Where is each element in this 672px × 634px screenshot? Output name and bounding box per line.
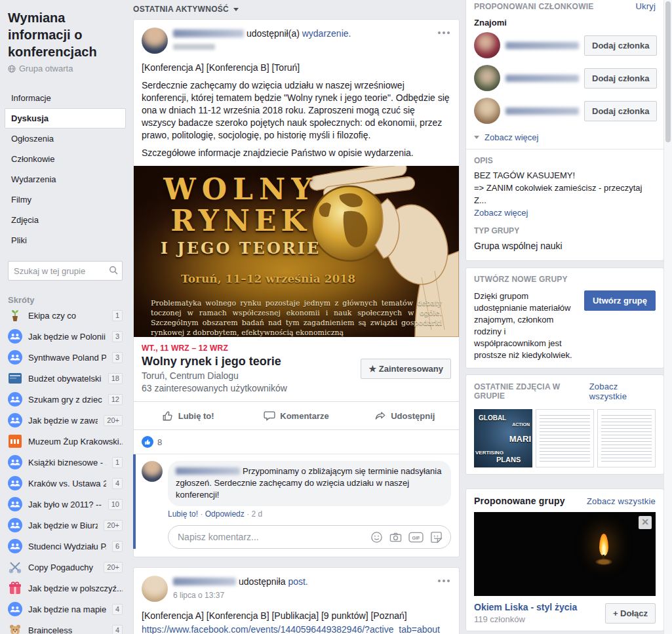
suggested-group-name[interactable]: Okiem Liska - styl życia [474, 602, 600, 612]
group-search [8, 261, 123, 281]
redacted-post-date[interactable] [173, 44, 215, 50]
sidebar-item-informacje[interactable]: Informacje [5, 88, 126, 108]
close-icon[interactable]: ✕ [639, 516, 652, 529]
redacted-member-name[interactable] [505, 75, 579, 82]
shortcut-polszczyzna[interactable]: Jak będzie w polszczyź... [8, 578, 123, 599]
post-menu-button[interactable] [437, 576, 451, 586]
group-icon [8, 413, 22, 427]
group-icon [8, 602, 22, 616]
event-poster-image[interactable]: WOLNY RYNEK I JEGO TEORIE Toruń, 11–12 w… [134, 166, 459, 337]
tools-icon [8, 560, 22, 574]
member-row: Dodaj członka [474, 62, 656, 94]
create-group-button[interactable]: Utwórz grupę [584, 290, 656, 311]
members-see-more[interactable]: Zobacz więcej [474, 132, 656, 142]
camera-icon[interactable] [389, 531, 402, 544]
comment-links: Lubię to! · Odpowiedz · 2 d [168, 509, 459, 519]
shortcut-budzet[interactable]: Budżet obywatelski ... 18 [8, 368, 123, 389]
sidebar-item-wydarzenia[interactable]: Wydarzenia [5, 169, 126, 189]
share-arrow-icon [374, 410, 386, 422]
thumbs-up-icon [162, 410, 174, 422]
join-group-button[interactable]: + Dołącz [605, 603, 656, 624]
event-title[interactable]: Wolny rynek i jego teorie [142, 355, 354, 368]
unread-badge: 10 [108, 499, 123, 510]
like-button[interactable]: Lubię to! [134, 402, 242, 429]
see-all-photos-link[interactable]: Zobacz wszystkie [589, 382, 656, 401]
event-location: Toruń, Centrum Dialogu [142, 370, 354, 381]
sidebar-item-pliki[interactable]: Pliki [5, 230, 126, 250]
sidebar-item-czlonkowie[interactable]: Członkowie [5, 149, 126, 169]
unread-badge: 20+ [104, 562, 123, 573]
see-all-groups-link[interactable]: Zobacz wszystkie [587, 496, 656, 506]
shortcut-zawal[interactable]: Jak będzie w zawal... 20+ [8, 410, 123, 431]
interested-button[interactable]: ★ Zainteresowany [361, 359, 451, 379]
shared-url[interactable]: https://www.facebook.com/events/14405964… [142, 624, 440, 634]
poster-date: Toruń, 11–12 września 2018 [181, 272, 355, 285]
comment-like-link[interactable]: Lubię to! [168, 509, 198, 519]
add-member-button[interactable]: Dodaj członka [584, 68, 657, 89]
redacted-member-name[interactable] [505, 42, 579, 49]
post-menu-button[interactable] [437, 28, 451, 38]
share-button[interactable]: Udostępnij [351, 402, 459, 429]
avatar[interactable] [142, 461, 163, 482]
photo-thumbnail[interactable] [536, 409, 594, 467]
comment-button[interactable]: Komentarze [242, 402, 350, 429]
avatar[interactable] [474, 65, 500, 91]
shortcut-copy-pogaduchy[interactable]: Copy Pogaduchy 20+ [8, 557, 123, 578]
post-timestamp[interactable]: 6 lipca o 13:37 [173, 589, 431, 602]
avatar[interactable] [142, 28, 168, 54]
unread-badge: 20+ [104, 415, 123, 426]
caret-down-icon [233, 8, 239, 11]
post-text: Szczegółowe informacje znajdziecie Państ… [142, 147, 451, 159]
shortcut-krakow[interactable]: Kraków vs. Ustawa 2.0 4 [8, 473, 123, 494]
description-see-more[interactable]: Zobacz więcej [474, 208, 656, 218]
globe-icon [8, 65, 16, 73]
redacted-author-name[interactable] [173, 578, 236, 585]
redacted-commenter-name[interactable] [176, 467, 240, 475]
shortcut-ksiazki[interactable]: Książki biznesowe - ... 1 [8, 452, 123, 473]
hide-link[interactable]: Ukryj [635, 1, 656, 11]
sidebar-item-dyskusja[interactable]: Dyskusja [5, 108, 126, 129]
group-icon [8, 518, 22, 532]
friends-subtitle: Znajomi [474, 18, 656, 28]
avatar[interactable] [142, 576, 168, 602]
search-input[interactable] [8, 261, 123, 281]
gif-icon[interactable]: GIF [408, 531, 424, 544]
description-line: => ZANIM cokolwiek zamieścisz - przeczyt… [474, 182, 656, 207]
shortcut-ekipa[interactable]: Ekipa czy co 1 [8, 305, 123, 326]
shortcut-szukam-gry[interactable]: Szukam gry z dzieci... 12 [8, 389, 123, 410]
post-link[interactable]: post. [288, 576, 307, 587]
comment-reply-link[interactable]: Odpowiedz [205, 509, 245, 519]
feed-sort-selector[interactable]: OSTATNIA AKTYWNOŚĆ [133, 0, 460, 19]
svg-text:GIF: GIF [412, 535, 421, 540]
photo-thumbnail[interactable] [597, 409, 656, 467]
sidebar-item-zdjecia[interactable]: Zdjęcia [5, 210, 126, 230]
smiley-icon[interactable] [370, 531, 383, 544]
redacted-author-name[interactable] [173, 30, 244, 37]
shortcut-mapa[interactable]: Jak będzie na mapie... 4 [8, 599, 123, 620]
comment-input[interactable] [176, 531, 364, 543]
create-group-title: UTWÓRZ NOWE GRUPY [474, 275, 568, 284]
avatar[interactable] [474, 32, 500, 58]
group-cover-image[interactable]: ✕ [474, 512, 656, 596]
unread-badge: 1 [112, 457, 123, 468]
shortcut-muzeum[interactable]: Muzeum Żup Krakowski... [8, 431, 123, 452]
shortcut-studenci[interactable]: Studenci Wydziału P... 6 [8, 536, 123, 557]
scrollbar-thumb[interactable] [665, 1, 671, 142]
sidebar-item-ogloszenia[interactable]: Ogłoszenia [5, 129, 126, 149]
photo-thumbnail[interactable]: GLOBAL ACTION MARI VERTISING PLANS [474, 409, 532, 467]
shortcut-brainceless[interactable]: Brainceless 4 [8, 620, 123, 634]
redacted-member-name[interactable] [505, 108, 579, 115]
sticker-icon[interactable] [430, 531, 443, 544]
add-member-button[interactable]: Dodaj członka [584, 101, 657, 121]
add-member-button[interactable]: Dodaj członka [584, 35, 657, 56]
create-group-card: UTWÓRZ NOWE GRUPY Dzięki grupom udostępn… [465, 267, 664, 368]
shortcut-biurz[interactable]: Jak będzie w Biurz... 20+ [8, 515, 123, 536]
sidebar-item-filmy[interactable]: Filmy [5, 189, 126, 210]
event-link[interactable]: wydarzenie. [302, 28, 351, 39]
avatar[interactable] [474, 98, 500, 124]
star-icon: ★ [368, 364, 376, 374]
reactions-row[interactable]: 8 [134, 429, 459, 454]
shortcut-2011[interactable]: Jak było w 2011? -- ... 10 [8, 494, 123, 515]
shortcut-polonia[interactable]: Jak będzie w Polonii ... 3 [8, 326, 123, 347]
shortcut-synthwave[interactable]: Synthwave Poland P... 3 [8, 347, 123, 368]
